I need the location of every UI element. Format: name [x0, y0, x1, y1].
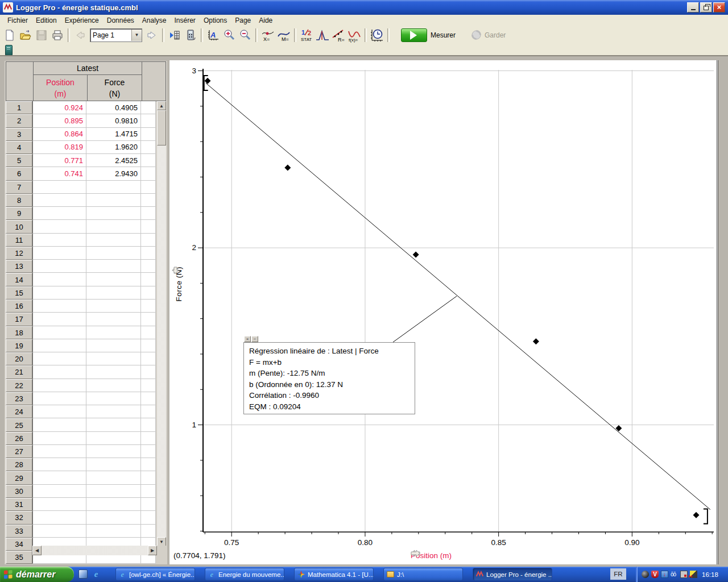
cell-extra[interactable]	[141, 339, 156, 352]
page-selector[interactable]: Page 1 ▼	[90, 28, 142, 42]
row-number[interactable]: 16	[6, 300, 32, 313]
cell-position[interactable]: 0.895	[32, 114, 86, 127]
cell-position[interactable]	[32, 485, 86, 498]
cell-force[interactable]	[86, 326, 141, 339]
menu-item-expérience[interactable]: Expérience	[61, 15, 103, 26]
scrollbar-track[interactable]	[32, 546, 157, 555]
y-axis-label-group[interactable]: Force (N)	[172, 267, 185, 302]
cell-position[interactable]	[32, 207, 86, 220]
cell-force[interactable]: 2.9430	[86, 167, 141, 180]
table-vertical-scrollbar[interactable]: ▲ ▼	[157, 101, 166, 546]
row-number[interactable]: 13	[6, 260, 32, 273]
close-button[interactable]: ×	[713, 2, 725, 13]
show-desktop-icon[interactable]	[78, 569, 88, 579]
cell-extra[interactable]	[141, 352, 156, 365]
row-number[interactable]: 25	[6, 418, 32, 431]
row-number[interactable]: 4	[6, 141, 32, 154]
cell-force[interactable]	[86, 511, 141, 524]
cell-force[interactable]	[86, 525, 141, 538]
grapher-icon[interactable]	[690, 571, 697, 578]
row-number[interactable]: 27	[6, 445, 32, 458]
cell-extra[interactable]	[141, 313, 156, 326]
cell-position[interactable]	[32, 458, 86, 471]
language-indicator[interactable]: FR	[610, 568, 626, 580]
update-icon[interactable]	[661, 571, 668, 578]
antivirus-icon[interactable]	[651, 571, 659, 578]
statistics-button[interactable]: 12STAT	[299, 27, 315, 43]
cell-extra[interactable]	[141, 445, 156, 458]
cell-extra[interactable]	[141, 392, 156, 405]
zoom-in-button[interactable]	[221, 27, 237, 43]
row-number[interactable]: 6	[6, 167, 32, 180]
print-button[interactable]	[49, 27, 65, 43]
cell-position[interactable]	[32, 339, 86, 352]
cell-extra[interactable]	[141, 365, 156, 379]
row-number[interactable]: 28	[6, 458, 32, 471]
row-number[interactable]: 11	[6, 234, 32, 247]
cell-force[interactable]: 1.9620	[86, 141, 141, 154]
cell-position[interactable]	[32, 194, 86, 207]
scrollbar-track[interactable]	[157, 101, 166, 546]
row-number[interactable]: 3	[6, 128, 32, 141]
cell-position[interactable]	[32, 471, 86, 484]
cell-position[interactable]	[32, 313, 86, 326]
cell-position[interactable]	[32, 220, 86, 233]
cell-extra[interactable]	[141, 234, 156, 247]
run-name-header[interactable]: Latest	[34, 61, 142, 75]
cell-extra[interactable]	[141, 471, 156, 484]
cell-extra[interactable]	[141, 207, 156, 220]
cell-force[interactable]: 0.4905	[86, 101, 141, 114]
tuner-icon[interactable]	[671, 571, 678, 578]
cell-position[interactable]: 0.771	[32, 154, 86, 167]
row-number[interactable]: 32	[6, 511, 32, 524]
row-number[interactable]: 19	[6, 339, 32, 352]
row-number[interactable]: 15	[6, 286, 32, 300]
cell-extra[interactable]	[141, 260, 156, 273]
cell-extra[interactable]	[141, 194, 156, 207]
menu-item-fichier[interactable]: Fichier	[3, 15, 32, 26]
row-number[interactable]: 29	[6, 471, 32, 484]
cell-position[interactable]	[32, 286, 86, 300]
cell-force[interactable]	[86, 379, 141, 392]
row-number[interactable]: 26	[6, 432, 32, 445]
cell-force[interactable]: 0.9810	[86, 114, 141, 127]
cell-position[interactable]: 0.924	[32, 101, 86, 114]
cell-position[interactable]	[32, 300, 86, 313]
cell-position[interactable]	[32, 525, 86, 538]
cell-position[interactable]	[32, 234, 86, 247]
row-number[interactable]: 12	[6, 247, 32, 260]
cell-force[interactable]: 1.4715	[86, 128, 141, 141]
menu-item-aide[interactable]: Aide	[255, 15, 276, 26]
cell-extra[interactable]	[141, 300, 156, 313]
data-browser-button[interactable]	[167, 27, 183, 43]
table-horizontal-scrollbar[interactable]: ◀ ▶	[32, 546, 157, 555]
column-header-force[interactable]: Force (N)	[88, 75, 142, 101]
regression-info-box[interactable]: × − Régression linéaire de : Latest | Fo…	[243, 342, 415, 414]
cell-position[interactable]	[32, 405, 86, 418]
volume-icon[interactable]	[642, 571, 649, 578]
cell-extra[interactable]	[141, 220, 156, 233]
taskbar-task[interactable]: e[owl-ge.ch] « Énergie...	[115, 568, 195, 581]
menu-item-analyse[interactable]: Analyse	[138, 15, 171, 26]
scroll-down-icon[interactable]: ▼	[157, 537, 166, 546]
labpro-device-icon[interactable]	[5, 45, 13, 56]
start-button[interactable]: démarrer	[0, 567, 74, 582]
force-position-chart[interactable]: 0.750.800.850.90123	[169, 60, 715, 564]
row-number[interactable]: 18	[6, 326, 32, 339]
cell-extra[interactable]	[141, 432, 156, 445]
cell-extra[interactable]	[141, 247, 156, 260]
row-number[interactable]: 30	[6, 485, 32, 498]
cell-extra[interactable]	[141, 511, 156, 524]
cell-force[interactable]	[86, 207, 141, 220]
cell-force[interactable]	[86, 418, 141, 431]
zoom-out-button[interactable]	[237, 27, 253, 43]
row-number[interactable]: 23	[6, 392, 32, 405]
keep-button[interactable]: Garder	[471, 30, 506, 40]
axis-down-arrow-icon[interactable]	[172, 267, 179, 274]
cell-force[interactable]	[86, 432, 141, 445]
linear-fit-button[interactable]: R=	[330, 27, 346, 43]
network-icon[interactable]	[680, 571, 688, 578]
row-number[interactable]: 10	[6, 220, 32, 233]
cell-position[interactable]	[32, 273, 86, 286]
cell-extra[interactable]	[141, 405, 156, 418]
